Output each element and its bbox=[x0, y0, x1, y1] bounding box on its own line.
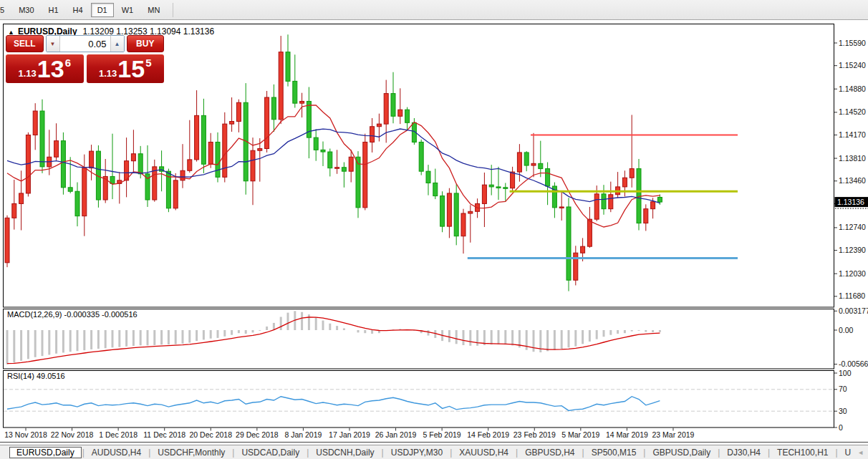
svg-text:-0.005667: -0.005667 bbox=[839, 359, 868, 368]
svg-text:0.00: 0.00 bbox=[839, 326, 854, 334]
candle bbox=[426, 171, 430, 183]
volume-increase-icon[interactable]: ▲ bbox=[110, 36, 124, 52]
buy-button[interactable]: BUY bbox=[127, 35, 165, 52]
chart-tab-usdjpy-m30[interactable]: USDJPY,M30 bbox=[385, 447, 449, 458]
candle bbox=[503, 188, 508, 189]
rsi-label: RSI(14) 49.0516 bbox=[7, 372, 65, 380]
chart-tab-gbpusd-daily[interactable]: GBPUSD,Daily bbox=[646, 447, 717, 458]
candle bbox=[271, 97, 276, 120]
svg-text:5 Feb 2019: 5 Feb 2019 bbox=[423, 430, 461, 439]
tabs-scroll-arrows: ◄► bbox=[857, 449, 868, 456]
candle bbox=[314, 137, 318, 150]
chart-tab-partial[interactable]: U bbox=[839, 447, 858, 458]
candle bbox=[131, 154, 135, 161]
sell-price-big: 13 bbox=[37, 55, 64, 82]
svg-text:1.14520: 1.14520 bbox=[839, 107, 866, 116]
candle bbox=[349, 157, 353, 171]
timeframe-button-m30[interactable]: M30 bbox=[12, 3, 40, 17]
candle bbox=[574, 253, 578, 280]
candle bbox=[531, 163, 536, 165]
tab-separator: | bbox=[307, 448, 309, 458]
candle bbox=[82, 168, 87, 216]
candle bbox=[286, 52, 290, 82]
tab-separator: | bbox=[835, 448, 837, 458]
chart-tab-usdchf-monthly[interactable]: USDCHF,Monthly bbox=[151, 447, 231, 458]
timeframe-button-mn[interactable]: MN bbox=[141, 3, 166, 17]
buy-price-pip: 5 bbox=[145, 57, 151, 69]
chart-tab-eurusd-daily[interactable]: EURUSD,Daily bbox=[9, 447, 82, 458]
candle bbox=[216, 142, 220, 177]
candle bbox=[587, 219, 592, 246]
svg-text:11 Dec 2018: 11 Dec 2018 bbox=[143, 430, 185, 439]
candle bbox=[335, 168, 339, 169]
svg-text:20 Dec 2018: 20 Dec 2018 bbox=[190, 430, 233, 439]
price-axis-labels[interactable]: 1.155901.152401.148801.145201.141701.138… bbox=[834, 39, 866, 301]
candle bbox=[517, 153, 521, 172]
timeframe-button-5[interactable]: 5 bbox=[0, 3, 11, 17]
svg-text:13 Nov 2018: 13 Nov 2018 bbox=[4, 430, 47, 439]
svg-text:1.13810: 1.13810 bbox=[839, 154, 866, 163]
timeframe-button-d1[interactable]: D1 bbox=[91, 3, 114, 17]
svg-text:22 Nov 2018: 22 Nov 2018 bbox=[51, 430, 94, 439]
tabs-scroll-left-icon[interactable]: ◄ bbox=[857, 449, 864, 456]
sell-button[interactable]: SELL bbox=[6, 35, 44, 52]
date-axis-labels[interactable]: 13 Nov 201822 Nov 20181 Dec 201811 Dec 2… bbox=[4, 428, 694, 440]
tab-separator: | bbox=[232, 448, 234, 458]
candle bbox=[90, 151, 94, 168]
svg-text:0: 0 bbox=[839, 423, 843, 432]
chart-tab-sp500-m15[interactable]: SP500,M15 bbox=[585, 447, 643, 458]
candle bbox=[566, 207, 571, 280]
tab-separator: | bbox=[516, 448, 518, 458]
candle bbox=[489, 185, 493, 187]
svg-text:1.14170: 1.14170 bbox=[839, 130, 866, 139]
candle bbox=[54, 141, 59, 158]
candle bbox=[223, 124, 227, 177]
timeframe-button-h1[interactable]: H1 bbox=[42, 3, 65, 17]
candle bbox=[384, 94, 388, 125]
svg-text:23 Mar 2019: 23 Mar 2019 bbox=[652, 430, 694, 439]
chart-tabbar: EURUSD,Daily|AUDUSD,H4|USDCHF,Monthly|US… bbox=[0, 445, 868, 459]
candle bbox=[33, 111, 37, 135]
candle bbox=[440, 196, 445, 227]
chart-tab-usdcad-daily[interactable]: USDCAD,Daily bbox=[235, 447, 306, 458]
chart-tab-gbpusd-h4[interactable]: GBPUSD,H4 bbox=[519, 447, 581, 458]
svg-text:5 Mar 2019: 5 Mar 2019 bbox=[561, 430, 599, 439]
indicator-axis-labels: 0.0031770.00-0.00566710070300 bbox=[834, 306, 868, 432]
volume-input[interactable] bbox=[60, 36, 110, 52]
svg-text:1.15590: 1.15590 bbox=[839, 39, 866, 47]
sell-price-prefix: 1.13 bbox=[19, 68, 37, 79]
candle bbox=[398, 110, 402, 116]
chart-tab-usdcnh-daily[interactable]: USDCNH,Daily bbox=[309, 447, 380, 458]
candle bbox=[19, 193, 24, 203]
volume-decrease-icon[interactable]: ▼ bbox=[47, 36, 60, 52]
one-click-trading-panel: SELL ▼ ▲ BUY 1.13 13 6 1.13 15 5 bbox=[6, 35, 164, 83]
chart-tab-tech100-h1[interactable]: TECH100,H1 bbox=[771, 447, 834, 458]
svg-text:1.13136: 1.13136 bbox=[837, 198, 864, 206]
svg-text:8 Jan 2019: 8 Jan 2019 bbox=[284, 430, 322, 439]
chart-tab-audusd-h4[interactable]: AUDUSD,H4 bbox=[85, 447, 148, 458]
candle bbox=[279, 52, 283, 120]
svg-text:1.12030: 1.12030 bbox=[839, 269, 866, 278]
candle bbox=[447, 193, 451, 226]
svg-text:1.12390: 1.12390 bbox=[839, 246, 866, 254]
chart-tab-dj30-h4[interactable]: DJ30,H4 bbox=[720, 447, 767, 458]
candle bbox=[153, 167, 157, 200]
candle bbox=[609, 195, 613, 209]
candle bbox=[539, 163, 543, 168]
candle bbox=[594, 194, 599, 219]
svg-text:29 Dec 2018: 29 Dec 2018 bbox=[236, 430, 279, 439]
candle bbox=[188, 160, 192, 170]
svg-text:0.003177: 0.003177 bbox=[839, 306, 868, 315]
svg-text:30: 30 bbox=[839, 407, 847, 415]
timeframe-button-w1[interactable]: W1 bbox=[115, 3, 140, 17]
candle bbox=[195, 115, 199, 160]
candle bbox=[321, 150, 325, 152]
svg-text:70: 70 bbox=[839, 385, 847, 393]
candle bbox=[40, 111, 44, 167]
svg-text:1.12740: 1.12740 bbox=[839, 223, 866, 231]
chart-tab-xauusd-h4[interactable]: XAUUSD,H4 bbox=[453, 447, 515, 458]
buy-price-display: 1.13 15 5 bbox=[87, 54, 165, 83]
timeframe-button-h4[interactable]: H4 bbox=[67, 3, 90, 17]
sell-price-pip: 6 bbox=[65, 57, 71, 69]
candle bbox=[630, 169, 634, 178]
